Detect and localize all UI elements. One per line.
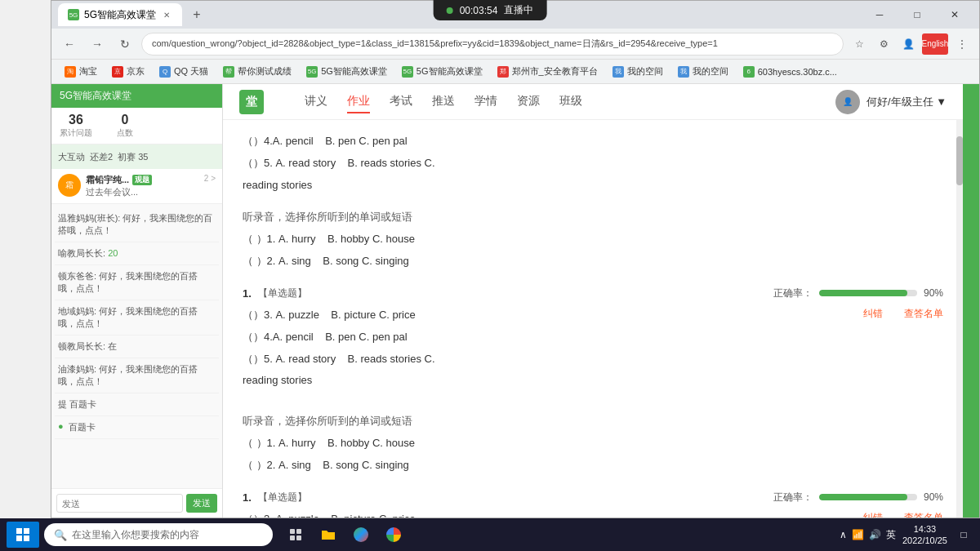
extension-button[interactable]: ⚙	[873, 33, 894, 55]
menu-button[interactable]: English	[922, 33, 948, 55]
q2-2: （ ）2. A. sing B. song C. singing	[243, 457, 943, 474]
chrome-button[interactable]	[379, 520, 408, 549]
nav-xueqing[interactable]: 学情	[474, 91, 497, 113]
more-button[interactable]: ⋮	[951, 33, 973, 55]
live-label: 大互动	[58, 151, 85, 163]
chevron-up-icon[interactable]: ∧	[840, 529, 847, 540]
scroll-thumb[interactable]	[956, 136, 963, 185]
q1-6: reading stories	[243, 372, 705, 389]
bookmark-603[interactable]: 6 603hyescs.30bz.c...	[737, 64, 844, 80]
jucuo-button-1[interactable]: 纠错	[863, 307, 883, 321]
forward-button[interactable]: →	[86, 33, 109, 56]
lang-label: 英	[886, 528, 896, 542]
search-placeholder: 在这里输入你想要搜索的内容	[72, 528, 199, 542]
notification-button[interactable]: □	[954, 525, 973, 544]
new-tab-button[interactable]: +	[185, 3, 208, 26]
chat-item-online: ● 百题卡	[55, 416, 219, 439]
minimize-button[interactable]: ─	[862, 2, 898, 27]
taobao-icon: 淘	[65, 66, 76, 78]
question-block-2a: （ ）1. A. hurry B. hobby C. house （ ）2. A…	[243, 435, 943, 474]
bookmark-5g1[interactable]: 5G 5G智能高效课堂	[300, 63, 394, 80]
nav-zuoye[interactable]: 作业	[347, 91, 370, 113]
jucuo-button-2[interactable]: 纠错	[863, 511, 883, 518]
accuracy-value-2: 90%	[924, 491, 943, 503]
nav-right: 👤 何好/年级主任 ▼	[835, 90, 947, 114]
5g2-icon: 5G	[402, 66, 413, 78]
chat-content: 顿教局长长: 在	[58, 340, 216, 353]
nav-jiangyi[interactable]: 讲义	[305, 91, 327, 113]
file-explorer-button[interactable]	[314, 520, 343, 549]
chat-input[interactable]	[56, 494, 183, 513]
chat-msg2: 喻教局长长: 20	[58, 247, 216, 260]
main-content: 堂 讲义 作业 考试 推送 学情 资源 班级 👤 何好/年级主任 ▼	[223, 84, 963, 518]
svg-rect-4	[290, 529, 295, 534]
accuracy-area-2: 正确率： 90% 纠错 查答名单	[715, 491, 943, 518]
bookmark-star-button[interactable]: ☆	[849, 33, 870, 55]
answer-list-button-2[interactable]: 查答名单	[904, 511, 943, 518]
tab-close-button[interactable]: ✕	[161, 9, 172, 20]
nav-tuisong[interactable]: 推送	[432, 91, 455, 113]
bookmark-help[interactable]: 帮 帮你测试成绩	[216, 63, 298, 80]
scroll-track	[956, 120, 963, 518]
bookmark-space1[interactable]: 我 我的空间	[606, 63, 670, 80]
chat-badge: 观题	[132, 175, 152, 185]
stat-points-value: 0	[122, 113, 129, 127]
chat-header: 5G智能高效课堂	[51, 84, 222, 108]
start-button[interactable]	[7, 522, 39, 548]
instruction-2: 听录音，选择你所听到的单词或短语	[243, 414, 943, 429]
question-line: （）5. A. read story B. reads stories C.	[243, 155, 943, 172]
bookmark-zz[interactable]: 郑 郑州市_安全教育平台	[491, 63, 604, 80]
taskbar-search[interactable]: 🔍 在这里输入你想要搜索的内容	[44, 523, 273, 546]
chat-send-button[interactable]: 发送	[186, 494, 217, 513]
refresh-button[interactable]: ↻	[114, 33, 136, 56]
content-scroll[interactable]: （）4.A. pencil B. pen C. pen pal （）5. A. …	[223, 120, 963, 518]
taskview-button[interactable]	[281, 520, 310, 549]
nav-ban[interactable]: 班级	[559, 91, 582, 113]
chat-header-title: 5G智能高效课堂	[60, 89, 131, 103]
stat-cumulative: 36 累计问题	[60, 113, 92, 139]
live-sub2: 初赛 35	[118, 151, 148, 163]
stat-cumulative-label: 累计问题	[60, 127, 92, 139]
chat-content: 温雅妈妈(班长): 何好，我来围绕您的百搭哦，点点！	[58, 212, 216, 237]
accuracy-bar-2	[819, 494, 917, 500]
chat-avatar: 霜	[58, 174, 81, 197]
question-block-top: （）4.A. pencil B. pen C. pen pal （）5. A. …	[243, 133, 943, 193]
jd-icon: 京	[112, 66, 123, 78]
q1-4: （）4.A. pencil B. pen C. pen pal	[243, 329, 705, 346]
user-name[interactable]: 何好/年级主任 ▼	[866, 95, 947, 109]
back-button[interactable]: ←	[58, 33, 81, 56]
svg-rect-5	[296, 529, 301, 534]
bookmark-qq[interactable]: Q QQ 天猫	[153, 63, 215, 80]
chat-sidebar: 5G智能高效课堂 36 累计问题 0 点数 大互动 还差2 初赛 35 霜	[51, 84, 223, 518]
chat-item: 地域妈妈: 何好，我来围绕您的百搭哦，点点！	[55, 300, 219, 335]
live-bar: 大互动 还差2 初赛 35	[51, 144, 222, 169]
maximize-button[interactable]: □	[899, 2, 935, 27]
tab-favicon: 5G	[68, 9, 79, 20]
chat-msg1: 温雅妈妈(班长): 何好，我来围绕您的百搭哦，点点！	[58, 212, 216, 237]
stat-cumulative-value: 36	[69, 113, 83, 127]
bookmark-taobao[interactable]: 淘 淘宝	[58, 63, 104, 80]
accuracy-bar-1	[819, 290, 917, 296]
close-button[interactable]: ✕	[937, 2, 973, 27]
nav-ziyuan[interactable]: 资源	[517, 91, 540, 113]
action-row-1: 纠错 查答名单	[847, 307, 943, 321]
browser-window: 5G 5G智能高效课堂 ✕ + ─ □ ✕ ← → ↻ com/question…	[51, 0, 980, 518]
chat-content: 喻教局长长: 20	[58, 247, 216, 260]
chat-item: 喻教局长长: 20	[55, 242, 219, 265]
logo-icon: 堂	[239, 90, 264, 114]
taskbar-clock[interactable]: 14:33 2022/10/25	[902, 523, 947, 547]
address-bar[interactable]: com/question_wrong/?object_id=2828&objec…	[141, 33, 844, 56]
instruction-1: 听录音，选择你所听到的单词或短语	[243, 210, 943, 224]
nav-kaoshi[interactable]: 考试	[390, 91, 412, 113]
bookmarks-bar: 淘 淘宝 京 京东 Q QQ 天猫 帮 帮你测试成绩 5G 5G智能高效课堂 5…	[51, 60, 979, 84]
bookmark-space2[interactable]: 我 我的空间	[671, 63, 735, 80]
bookmark-jd[interactable]: 京 京东	[105, 63, 151, 80]
bookmark-5g2[interactable]: 5G 5G智能高效课堂	[395, 63, 489, 80]
user-avatar: 👤	[835, 90, 860, 114]
browser-tab[interactable]: 5G 5G智能高效课堂 ✕	[58, 3, 182, 26]
chat-content: 霜铅宇纯... 观题 过去年会议...	[86, 174, 199, 198]
browser-taskbar-button[interactable]	[346, 520, 376, 549]
answer-list-button-1[interactable]: 查答名单	[904, 307, 943, 321]
profile-button[interactable]: 👤	[898, 33, 919, 55]
svg-rect-7	[296, 535, 301, 540]
